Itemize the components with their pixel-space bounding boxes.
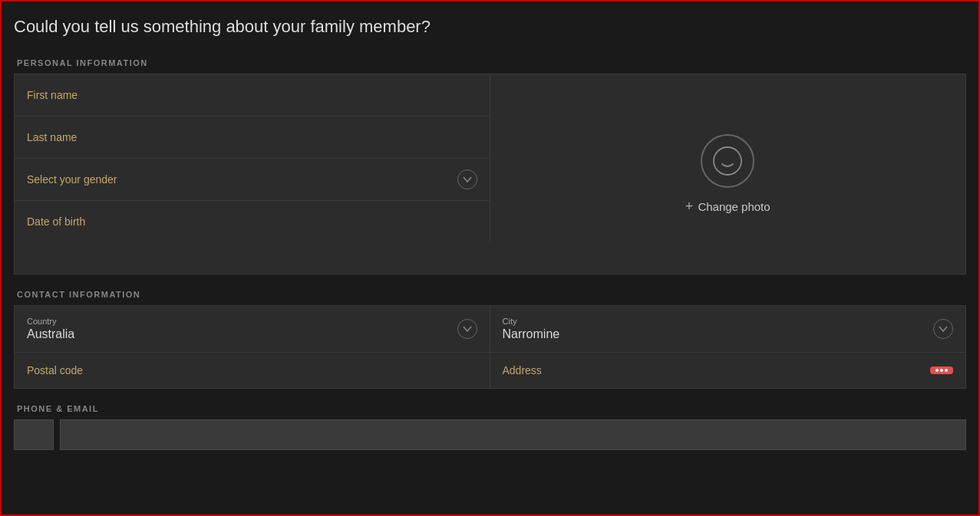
address-badge[interactable]	[930, 366, 953, 374]
contact-section-block: Country Australia City Narromine	[14, 305, 966, 389]
phone-input-box[interactable]	[60, 419, 966, 450]
svg-point-0	[714, 147, 741, 175]
city-field-label: City	[503, 317, 954, 326]
city-field-value: Narromine	[503, 327, 954, 341]
postal-code-label: Postal code	[27, 364, 83, 376]
phone-row	[14, 419, 966, 450]
address-cell[interactable]: Address	[490, 353, 966, 388]
personal-section-block: First name Last name Select your gender …	[14, 74, 966, 274]
dob-row[interactable]: Date of birth	[15, 201, 490, 242]
contact-grid: Country Australia City Narromine	[15, 306, 965, 388]
personal-left-fields: First name Last name Select your gender …	[15, 74, 490, 242]
gender-row[interactable]: Select your gender	[15, 159, 490, 201]
personal-grid: First name Last name Select your gender …	[15, 74, 965, 274]
gender-dropdown-icon[interactable]	[457, 169, 477, 189]
city-cell[interactable]: City Narromine	[490, 306, 966, 353]
phone-section-label: PHONE & EMAIL	[14, 404, 966, 413]
city-dropdown-icon[interactable]	[933, 319, 953, 339]
badge-dot-3	[945, 369, 948, 372]
photo-section: + Change photo	[490, 74, 966, 274]
badge-dot-2	[940, 369, 943, 372]
first-name-row[interactable]: First name	[15, 74, 490, 117]
contact-section-label: CONTACT INFORMATION	[14, 290, 966, 299]
country-field-label: Country	[27, 317, 477, 326]
badge-dot-1	[935, 369, 939, 372]
country-cell[interactable]: Country Australia	[15, 306, 490, 353]
personal-section-label: PERSONAL INFORMATION	[14, 58, 966, 67]
last-name-row[interactable]: Last name	[15, 117, 490, 159]
page-wrapper: Could you tell us something about your f…	[2, 2, 978, 462]
dob-label: Date of birth	[27, 215, 85, 228]
page-title: Could you tell us something about your f…	[14, 17, 966, 37]
first-name-label: First name	[27, 89, 78, 101]
country-dropdown-icon[interactable]	[457, 319, 477, 339]
postal-code-cell[interactable]: Postal code	[15, 353, 490, 388]
address-label: Address	[503, 364, 542, 376]
avatar-circle	[701, 134, 754, 188]
change-photo-label: Change photo	[698, 200, 770, 213]
change-photo-plus-icon: +	[685, 199, 694, 215]
avatar-icon	[712, 146, 743, 176]
gender-label: Select your gender	[27, 173, 117, 186]
country-field-value: Australia	[27, 327, 477, 341]
last-name-label: Last name	[27, 131, 77, 143]
phone-flag-box[interactable]	[14, 419, 54, 450]
change-photo-button[interactable]: + Change photo	[685, 199, 770, 215]
